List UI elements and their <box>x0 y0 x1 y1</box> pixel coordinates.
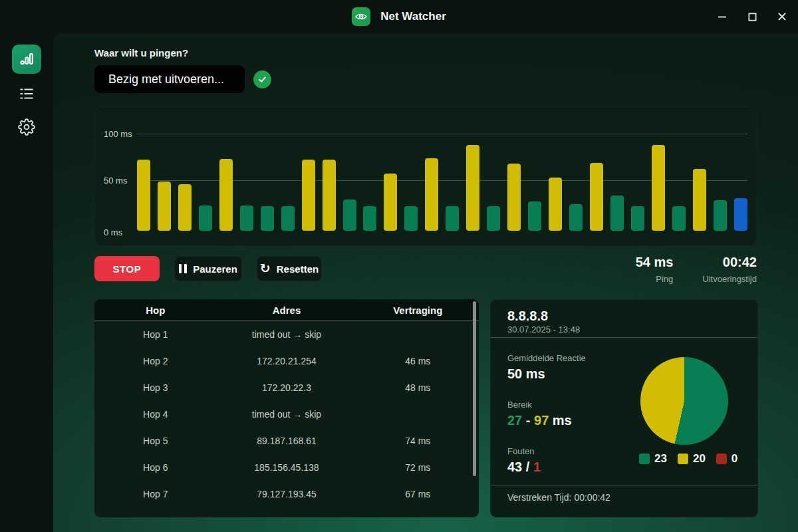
titlebar: Net Watcher <box>0 0 798 33</box>
chart-bar <box>631 206 644 231</box>
app-title: Net Watcher <box>380 10 446 23</box>
table-cell: timed out → skip <box>216 409 356 420</box>
y-axis-tick: 100 ms <box>104 129 134 139</box>
check-icon <box>257 74 267 84</box>
legend-value: 0 <box>732 452 737 466</box>
hops-table: Hop Adres Vertraging Hop 1timed out → sk… <box>94 299 479 517</box>
chart-bar <box>281 206 295 231</box>
ping-label: Ping <box>636 274 674 284</box>
bar-chart-icon <box>18 51 35 68</box>
chart-bars <box>137 132 747 231</box>
reset-button-label: Resetten <box>277 263 319 275</box>
errors-fail-count: 1 <box>533 460 541 474</box>
stop-button-label: STOP <box>113 263 142 275</box>
chart-bar <box>466 145 479 231</box>
pause-button[interactable]: Pauzeren <box>174 256 242 281</box>
pie-chart <box>640 357 728 445</box>
chart-bar <box>446 206 459 231</box>
chart-bar <box>158 182 171 231</box>
errors-ok-count: 43 <box>507 460 522 474</box>
minimize-button[interactable] <box>716 10 729 23</box>
maximize-icon <box>747 12 757 22</box>
y-axis-tick: 0 ms <box>104 227 134 237</box>
elapsed-stat: 00:42 Uitvoeringstijd <box>702 255 757 284</box>
legend-swatch <box>639 454 650 464</box>
reset-button[interactable]: ↻ Resetten <box>257 256 322 281</box>
chart-bar <box>137 160 150 231</box>
live-stats: 54 ms Ping 00:42 Uitvoeringstijd <box>636 255 757 284</box>
column-header-adres: Adres <box>216 305 356 316</box>
table-cell: 185.156.45.138 <box>216 462 356 473</box>
table-cell: 72 ms <box>357 462 479 473</box>
pause-icon <box>179 264 187 273</box>
chart-bar <box>323 160 336 231</box>
avg-response-value: 50 ms <box>507 366 586 382</box>
main-content: Waar wilt u pingen? 100 ms 50 ms 0 ms ST… <box>53 33 798 532</box>
chart-bar <box>178 184 192 231</box>
minimize-icon <box>717 11 728 22</box>
refresh-icon: ↻ <box>260 262 271 275</box>
table-cell: Hop 7 <box>94 489 216 499</box>
pie-legend: 23200 <box>639 452 737 466</box>
hops-table-body: Hop 1timed out → skipHop 2172.20.21.2544… <box>94 321 479 507</box>
legend-item: 0 <box>716 452 737 466</box>
ping-stat: 54 ms Ping <box>636 255 674 284</box>
chart-bar <box>384 174 397 231</box>
eye-icon <box>354 10 368 23</box>
chart-bar <box>528 201 541 231</box>
chart-bar <box>404 206 418 231</box>
chart-bar <box>590 163 603 231</box>
legend-value: 23 <box>654 452 667 466</box>
maximize-button[interactable] <box>745 10 759 23</box>
table-row: Hop 779.127.193.4567 ms <box>94 481 479 507</box>
table-cell: 67 ms <box>357 489 479 499</box>
table-row: Hop 6185.156.45.13872 ms <box>94 454 479 481</box>
legend-swatch <box>678 454 688 464</box>
table-cell: 172.20.22.3 <box>216 382 356 393</box>
ping-question-label: Waar wilt u pingen? <box>94 47 188 59</box>
stop-button[interactable]: STOP <box>94 256 160 281</box>
range-max: 97 <box>534 413 549 428</box>
target-ip: 8.8.8.8 <box>507 309 548 324</box>
column-header-vertraging: Vertraging <box>357 305 479 316</box>
chart-bar <box>261 206 274 231</box>
y-axis-tick: 50 ms <box>104 176 134 186</box>
close-button[interactable] <box>775 10 789 23</box>
chart-bar <box>363 206 376 231</box>
legend-item: 20 <box>678 452 706 466</box>
table-cell: Hop 1 <box>94 329 216 340</box>
chart-bar <box>219 159 233 231</box>
errors-separator: / <box>522 460 533 474</box>
divider <box>491 337 757 338</box>
divider <box>491 485 757 485</box>
ping-target-input[interactable] <box>94 65 245 93</box>
chart-bar <box>343 200 356 231</box>
table-cell: 48 ms <box>357 382 479 393</box>
table-row: Hop 4timed out → skip <box>94 401 479 428</box>
sidebar <box>0 33 53 532</box>
target-timestamp: 30.07.2025 - 13:48 <box>507 325 580 334</box>
chart-bar <box>487 206 500 231</box>
ping-chart: 100 ms 50 ms 0 ms <box>94 106 757 246</box>
sidebar-item-settings[interactable] <box>12 114 41 140</box>
table-row: Hop 3172.20.22.348 ms <box>94 374 479 401</box>
chart-bar <box>652 145 665 231</box>
legend-item: 23 <box>639 452 667 466</box>
chart-bar <box>240 205 253 231</box>
chart-bar <box>714 200 727 231</box>
avg-response-label: Gemiddelde Reactie <box>507 353 586 363</box>
pause-button-label: Pauzeren <box>193 263 237 275</box>
status-ok-badge <box>253 70 271 88</box>
avg-response-stat: Gemiddelde Reactie 50 ms <box>507 353 586 382</box>
list-icon <box>18 85 35 102</box>
sidebar-item-log[interactable] <box>12 80 41 107</box>
chart-bar <box>734 198 747 231</box>
chart-bar <box>199 205 212 231</box>
chart-bar <box>610 196 624 231</box>
errors-value: 43 / 1 <box>507 460 541 475</box>
errors-label: Fouten <box>507 446 541 456</box>
close-icon <box>777 11 787 22</box>
table-scrollbar[interactable] <box>473 301 476 476</box>
sidebar-item-monitor[interactable] <box>12 45 41 74</box>
range-label: Bereik <box>507 400 572 410</box>
